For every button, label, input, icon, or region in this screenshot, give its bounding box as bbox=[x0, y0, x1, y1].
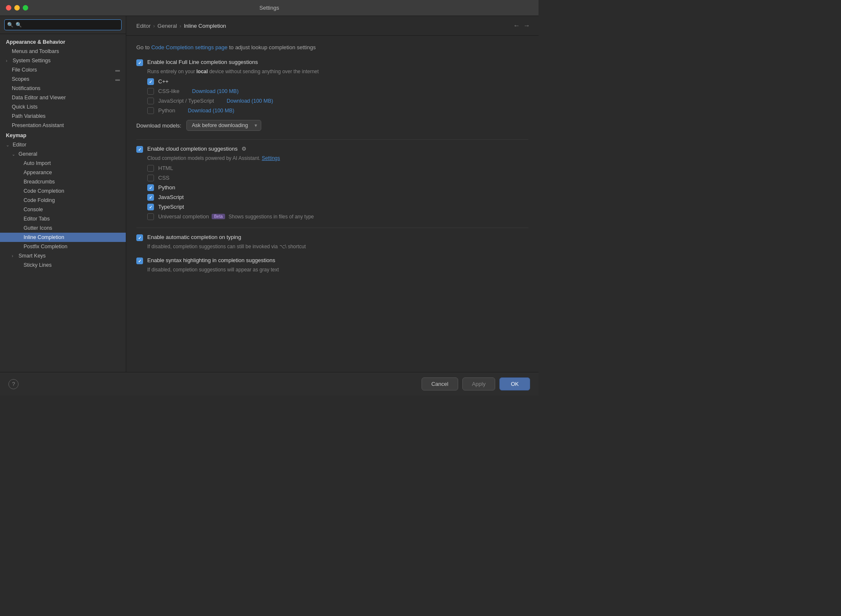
breadcrumb-sep-1: › bbox=[153, 23, 155, 29]
sidebar-item-general[interactable]: ⌄ General bbox=[0, 149, 126, 159]
lang-jsts-checkbox[interactable] bbox=[147, 98, 154, 104]
local-langs-list: C++ CSS-like Download (100 MB) JavaScrip… bbox=[147, 78, 528, 114]
sidebar-item-gutter-icons[interactable]: Gutter Icons bbox=[0, 223, 126, 233]
sidebar-item-code-folding[interactable]: Code Folding bbox=[0, 196, 126, 205]
enable-syntax-checkbox[interactable] bbox=[136, 258, 143, 264]
sidebar-item-inline-completion[interactable]: Inline Completion bbox=[0, 233, 126, 242]
chevron-down-icon-editor: ⌄ bbox=[6, 143, 11, 147]
lang-python-cloud-label: Python bbox=[158, 184, 175, 191]
sidebar-item-quick-lists[interactable]: Quick Lists bbox=[0, 102, 126, 112]
sidebar-item-editor[interactable]: ⌄ Editor bbox=[0, 140, 126, 149]
help-button[interactable]: ? bbox=[8, 379, 19, 389]
forward-button[interactable]: → bbox=[523, 22, 530, 29]
content-area: Editor › General › Inline Completion ← →… bbox=[126, 16, 539, 372]
sidebar-item-editor-tabs[interactable]: Editor Tabs bbox=[0, 214, 126, 223]
enable-auto-checkbox[interactable] bbox=[136, 234, 143, 241]
lang-js-row: JavaScript bbox=[147, 194, 528, 201]
back-button[interactable]: ← bbox=[513, 22, 520, 29]
enable-cloud-row: Enable cloud completion suggestions ⚙ bbox=[136, 146, 528, 153]
sidebar-item-appearance[interactable]: Appearance bbox=[0, 168, 126, 177]
cloud-settings-link[interactable]: Settings bbox=[262, 155, 280, 161]
cancel-button[interactable]: Cancel bbox=[422, 377, 458, 390]
sidebar-item-console[interactable]: Console bbox=[0, 205, 126, 214]
lang-cpp-checkbox[interactable] bbox=[147, 78, 154, 85]
lang-html-row: HTML bbox=[147, 165, 528, 172]
close-button[interactable] bbox=[6, 5, 11, 11]
breadcrumb-general: General bbox=[157, 23, 177, 29]
download-models-select[interactable]: Ask before downloading Always download N… bbox=[186, 120, 261, 131]
lang-js-label: JavaScript bbox=[158, 194, 184, 200]
enable-local-row: Enable local Full Line completion sugges… bbox=[136, 59, 528, 66]
lang-ts-checkbox[interactable] bbox=[147, 204, 154, 210]
sidebar-item-sticky-lines[interactable]: Sticky Lines bbox=[0, 260, 126, 270]
lang-jsts-row: JavaScript / TypeScript Download (100 MB… bbox=[147, 97, 528, 104]
sidebar-item-file-colors[interactable]: File Colors ▬ bbox=[0, 65, 126, 74]
enable-local-checkbox[interactable] bbox=[136, 59, 143, 66]
sidebar-item-scopes[interactable]: Scopes ▬ bbox=[0, 74, 126, 84]
titlebar: Settings bbox=[0, 0, 539, 16]
breadcrumb-sep-2: › bbox=[180, 23, 181, 29]
enable-local-section: Enable local Full Line completion sugges… bbox=[136, 59, 528, 131]
sidebar-item-auto-import[interactable]: Auto Import bbox=[0, 159, 126, 168]
maximize-button[interactable] bbox=[23, 5, 28, 11]
enable-local-label-text: Enable local Full Line completion sugges… bbox=[147, 59, 258, 65]
search-icon: 🔍 bbox=[7, 22, 13, 28]
lang-csslike-download[interactable]: Download (100 MB) bbox=[192, 88, 239, 94]
section-header-appearance-behavior: Appearance & Behavior bbox=[0, 37, 126, 47]
minimize-button[interactable] bbox=[14, 5, 20, 11]
lang-css-row: CSS bbox=[147, 174, 528, 181]
divider-2 bbox=[136, 228, 528, 228]
lang-python-local-download[interactable]: Download (100 MB) bbox=[188, 108, 234, 114]
lang-csslike-checkbox[interactable] bbox=[147, 88, 154, 95]
section-header-keymap: Keymap bbox=[0, 130, 126, 140]
enable-local-sub: Runs entirely on your local device witho… bbox=[147, 69, 528, 74]
sidebar-item-system-settings[interactable]: › System Settings bbox=[0, 56, 126, 65]
sidebar-item-code-completion[interactable]: Code Completion bbox=[0, 186, 126, 196]
main-layout: 🔍 Appearance & Behavior Menus and Toolba… bbox=[0, 16, 539, 372]
sidebar-item-menus-toolbars[interactable]: Menus and Toolbars bbox=[0, 47, 126, 56]
lang-python-local-checkbox[interactable] bbox=[147, 107, 154, 114]
enable-auto-sub: If disabled, completion suggestions can … bbox=[147, 244, 528, 250]
sidebar-item-postfix-completion[interactable]: Postfix Completion bbox=[0, 242, 126, 251]
enable-cloud-checkbox[interactable] bbox=[136, 146, 143, 153]
lang-python-local-label: Python bbox=[158, 107, 175, 114]
enable-cloud-label: Enable cloud completion suggestions ⚙ bbox=[147, 146, 247, 152]
apply-button[interactable]: Apply bbox=[462, 377, 496, 390]
window-title: Settings bbox=[260, 5, 279, 11]
download-models-row: Download models: Ask before downloading … bbox=[136, 120, 528, 131]
intro-suffix: to adjust lookup completion settings bbox=[228, 44, 316, 50]
lang-python-local-row: Python Download (100 MB) bbox=[147, 107, 528, 114]
footer-left: ? bbox=[8, 379, 19, 389]
search-input[interactable] bbox=[4, 19, 122, 30]
sidebar-item-data-editor[interactable]: Data Editor and Viewer bbox=[0, 93, 126, 102]
lang-jsts-download[interactable]: Download (100 MB) bbox=[227, 98, 273, 104]
sidebar-item-path-variables[interactable]: Path Variables bbox=[0, 112, 126, 121]
enable-syntax-row: Enable syntax highlighting in completion… bbox=[136, 257, 528, 264]
enable-syntax-sub: If disabled, completion suggestions will… bbox=[147, 267, 528, 273]
lang-universal-checkbox[interactable] bbox=[147, 213, 154, 220]
lang-css-label: CSS bbox=[158, 175, 170, 181]
footer-right: Cancel Apply OK bbox=[422, 377, 530, 390]
download-models-label: Download models: bbox=[136, 122, 181, 129]
sidebar-item-presentation-assistant[interactable]: Presentation Assistant bbox=[0, 121, 126, 130]
lang-js-checkbox[interactable] bbox=[147, 194, 154, 201]
lang-css-checkbox[interactable] bbox=[147, 175, 154, 181]
lang-python-cloud-checkbox[interactable] bbox=[147, 184, 154, 191]
sidebar-item-breadcrumbs[interactable]: Breadcrumbs bbox=[0, 177, 126, 186]
sidebar-item-smart-keys[interactable]: › Smart Keys bbox=[0, 251, 126, 260]
lang-cpp-row: C++ bbox=[147, 78, 528, 85]
lang-html-checkbox[interactable] bbox=[147, 165, 154, 172]
code-completion-link[interactable]: Code Completion settings page bbox=[151, 44, 227, 50]
window-controls bbox=[6, 5, 28, 11]
content-body: Go to Code Completion settings page to a… bbox=[126, 36, 539, 372]
sidebar-item-notifications[interactable]: Notifications bbox=[0, 84, 126, 93]
enable-syntax-label: Enable syntax highlighting in completion… bbox=[147, 257, 275, 263]
enable-auto-label: Enable automatic completion on typing bbox=[147, 234, 241, 240]
divider-1 bbox=[136, 139, 528, 140]
ok-button[interactable]: OK bbox=[499, 377, 530, 390]
search-bar: 🔍 bbox=[0, 16, 126, 34]
lang-cpp-label: C++ bbox=[158, 78, 169, 85]
cloud-langs-list: HTML CSS Python JavaScript bbox=[147, 165, 528, 220]
cloud-ai-icon: ⚙ bbox=[241, 146, 247, 152]
sidebar: 🔍 Appearance & Behavior Menus and Toolba… bbox=[0, 16, 126, 372]
